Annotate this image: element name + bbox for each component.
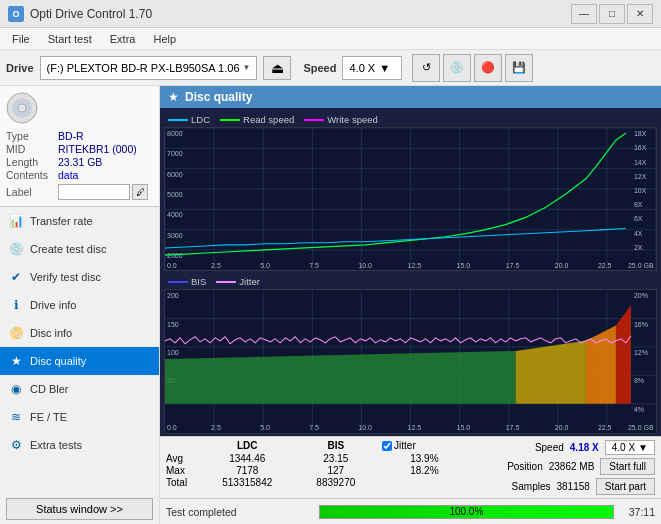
- label-icon-button[interactable]: 🖊: [132, 184, 148, 200]
- sidebar-item-verify-test-disc[interactable]: ✔ Verify test disc: [0, 263, 159, 291]
- quality-header: ★ Disc quality: [160, 86, 661, 108]
- sidebar-item-create-test-disc[interactable]: 💿 Create test disc: [0, 235, 159, 263]
- mid-label: MID: [6, 143, 58, 155]
- drive-select-text: (F:) PLEXTOR BD-R PX-LB950SA 1.06: [47, 62, 240, 74]
- extra-tests-icon: ⚙: [8, 437, 24, 453]
- type-value: BD-R: [58, 130, 84, 142]
- sidebar-item-fe-te[interactable]: ≋ FE / TE: [0, 403, 159, 431]
- svg-text:150: 150: [167, 321, 179, 328]
- svg-text:2.5: 2.5: [211, 424, 221, 431]
- svg-text:16%: 16%: [634, 321, 649, 328]
- menu-start-test[interactable]: Start test: [40, 31, 100, 47]
- start-part-button[interactable]: Start part: [596, 478, 655, 495]
- menubar: File Start test Extra Help: [0, 28, 661, 50]
- toolbar-disc-button[interactable]: 💿: [443, 54, 471, 82]
- ldc-legend-item: LDC: [168, 114, 210, 125]
- svg-text:12%: 12%: [634, 349, 649, 356]
- svg-text:5000: 5000: [167, 191, 183, 198]
- drive-select[interactable]: (F:) PLEXTOR BD-R PX-LB950SA 1.06 ▼: [40, 56, 258, 80]
- svg-text:2X: 2X: [634, 244, 643, 251]
- svg-text:8000: 8000: [167, 130, 183, 137]
- svg-text:20%: 20%: [634, 292, 649, 299]
- svg-text:18X: 18X: [634, 130, 647, 137]
- contents-value: data: [58, 169, 78, 181]
- svg-text:8X: 8X: [634, 201, 643, 208]
- sidebar-item-cd-bler[interactable]: ◉ CD Bler: [0, 375, 159, 403]
- svg-point-3: [20, 106, 24, 110]
- svg-text:25.0 GB: 25.0 GB: [628, 424, 654, 431]
- read-legend-color: [220, 119, 240, 121]
- sidebar-item-drive-info[interactable]: ℹ Drive info: [0, 291, 159, 319]
- transfer-rate-label: Transfer rate: [30, 215, 93, 227]
- bottom-chart-svg: 20% 16% 12% 8% 4% 200 150 100 50 0.0 2.5…: [165, 290, 656, 432]
- maximize-button[interactable]: □: [599, 4, 625, 24]
- verify-test-disc-icon: ✔: [8, 269, 24, 285]
- bis-legend-color: [168, 281, 188, 283]
- svg-marker-85: [165, 351, 516, 404]
- svg-text:15.0: 15.0: [457, 424, 471, 431]
- total-ldc: 513315842: [205, 477, 290, 488]
- disc-panel: Type BD-R MID RITEKBR1 (000) Length 23.3…: [0, 86, 159, 207]
- svg-text:17.5: 17.5: [506, 424, 520, 431]
- menu-help[interactable]: Help: [145, 31, 184, 47]
- samples-key: Samples: [512, 481, 551, 492]
- max-bis: 127: [294, 465, 379, 476]
- drivebar: Drive (F:) PLEXTOR BD-R PX-LB950SA 1.06 …: [0, 50, 661, 86]
- cd-bler-icon: ◉: [8, 381, 24, 397]
- speed-select[interactable]: 4.0 X ▼: [342, 56, 402, 80]
- sidebar-item-transfer-rate[interactable]: 📊 Transfer rate: [0, 207, 159, 235]
- main-layout: Type BD-R MID RITEKBR1 (000) Length 23.3…: [0, 86, 661, 524]
- svg-text:12.5: 12.5: [407, 424, 421, 431]
- create-test-disc-icon: 💿: [8, 241, 24, 257]
- app-title: Opti Drive Control 1.70: [30, 7, 152, 21]
- max-jitter: 18.2%: [382, 465, 467, 476]
- menu-extra[interactable]: Extra: [102, 31, 144, 47]
- toolbar-icons: ↺ 💿 🔴 💾: [412, 54, 533, 82]
- fe-te-icon: ≋: [8, 409, 24, 425]
- eject-button[interactable]: ⏏: [263, 56, 291, 80]
- start-full-button[interactable]: Start full: [600, 458, 655, 475]
- extra-tests-label: Extra tests: [30, 439, 82, 451]
- progress-text: 100.0%: [320, 506, 613, 518]
- jitter-legend-color: [216, 281, 236, 283]
- verify-test-disc-label: Verify test disc: [30, 271, 101, 283]
- quality-header-icon: ★: [168, 90, 179, 104]
- jitter-checkbox[interactable]: [382, 441, 392, 451]
- svg-text:3000: 3000: [167, 232, 183, 239]
- time-display: 37:11: [620, 506, 655, 518]
- fe-te-label: FE / TE: [30, 411, 67, 423]
- quality-title: Disc quality: [185, 90, 252, 104]
- menu-file[interactable]: File: [4, 31, 38, 47]
- toolbar-save-button[interactable]: 💾: [505, 54, 533, 82]
- toolbar-refresh-button[interactable]: ↺: [412, 54, 440, 82]
- close-button[interactable]: ✕: [627, 4, 653, 24]
- svg-text:8%: 8%: [634, 378, 645, 385]
- label-input[interactable]: [58, 184, 130, 200]
- svg-text:5.0: 5.0: [260, 424, 270, 431]
- svg-text:4%: 4%: [634, 406, 645, 413]
- speed-arrow-icon: ▼: [379, 62, 390, 74]
- disc-label-row: Label 🖊: [6, 184, 153, 200]
- max-label: Max: [166, 465, 201, 476]
- svg-text:22.5: 22.5: [598, 424, 612, 431]
- sidebar-item-extra-tests[interactable]: ⚙ Extra tests: [0, 431, 159, 459]
- ldc-header: LDC: [205, 440, 290, 451]
- drive-select-arrow-icon: ▼: [243, 63, 251, 72]
- minimize-button[interactable]: —: [571, 4, 597, 24]
- drive-info-icon: ℹ: [8, 297, 24, 313]
- titlebar-left: O Opti Drive Control 1.70: [8, 6, 152, 22]
- bottom-chart-container: BIS Jitter: [164, 274, 657, 433]
- create-test-disc-label: Create test disc: [30, 243, 106, 255]
- toolbar-erase-button[interactable]: 🔴: [474, 54, 502, 82]
- speed-dropdown[interactable]: 4.0 X ▼: [605, 440, 655, 455]
- titlebar-controls: — □ ✕: [571, 4, 653, 24]
- write-legend-color: [304, 119, 324, 121]
- top-chart-svg: 8000 7000 6000 5000 4000 3000 2000 18X 1…: [165, 128, 656, 270]
- sidebar-item-disc-quality[interactable]: ★ Disc quality: [0, 347, 159, 375]
- disc-svg-icon: [6, 92, 38, 124]
- status-window-button[interactable]: Status window >>: [6, 498, 153, 520]
- samples-val: 381158: [556, 481, 589, 492]
- sidebar-item-disc-info[interactable]: 📀 Disc info: [0, 319, 159, 347]
- position-val: 23862 MB: [549, 461, 595, 472]
- speed-val: 4.18 X: [570, 442, 599, 453]
